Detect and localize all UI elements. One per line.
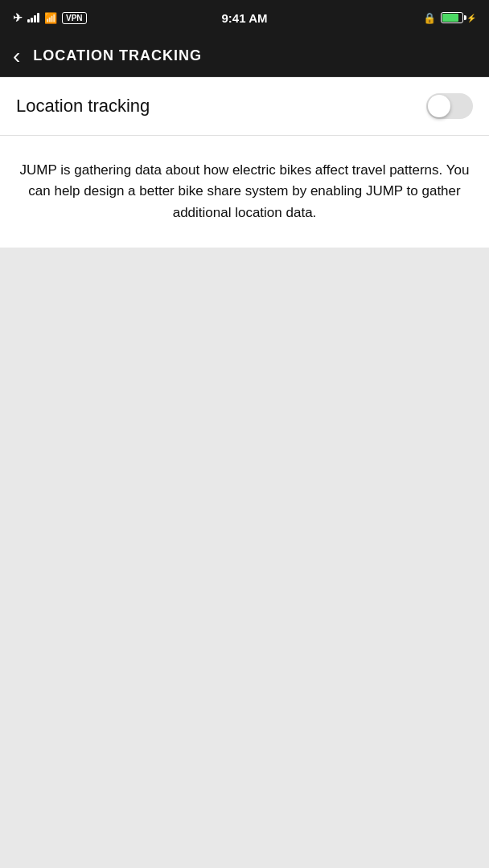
status-right-icons: 🔒 ⚡ xyxy=(423,12,476,24)
back-button[interactable]: ‹ xyxy=(13,42,27,71)
toggle-track xyxy=(426,93,473,119)
description-text: JUMP is gathering data about how electri… xyxy=(16,160,473,223)
status-bar: ✈ 📶 VPN 9:41 AM 🔒 ⚡ xyxy=(0,0,489,35)
lock-icon: 🔒 xyxy=(423,12,436,24)
status-time: 9:41 AM xyxy=(222,11,268,25)
location-tracking-toggle[interactable] xyxy=(426,93,473,119)
vpn-badge: VPN xyxy=(62,12,87,24)
signal-icon xyxy=(27,13,39,23)
page-title: LOCATION TRACKING xyxy=(33,47,202,64)
nav-bar: ‹ LOCATION TRACKING xyxy=(0,35,489,77)
location-tracking-row: Location tracking xyxy=(0,77,489,136)
battery-fill xyxy=(442,14,458,22)
location-tracking-label: Location tracking xyxy=(16,96,150,117)
toggle-thumb xyxy=(428,95,450,117)
airplane-icon: ✈ xyxy=(13,11,23,24)
status-left-icons: ✈ 📶 VPN xyxy=(13,11,87,24)
charging-icon: ⚡ xyxy=(466,14,476,23)
battery-icon xyxy=(441,12,463,23)
battery-indicator: ⚡ xyxy=(441,12,476,23)
content-area: Location tracking JUMP is gathering data… xyxy=(0,77,489,248)
description-section: JUMP is gathering data about how electri… xyxy=(0,136,489,248)
wifi-icon: 📶 xyxy=(44,12,57,24)
gray-background xyxy=(0,248,489,730)
